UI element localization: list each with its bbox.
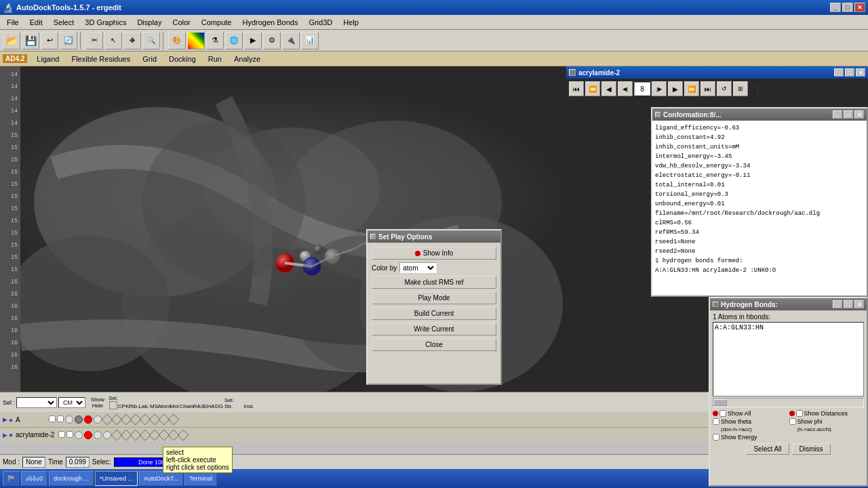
pb-forward[interactable]: ▶ xyxy=(668,81,683,96)
settings-button[interactable]: ⚙ xyxy=(263,32,281,49)
conf-close[interactable]: ✕ xyxy=(854,110,864,119)
ad-menu-flexible-residues[interactable]: Flexible Residues xyxy=(66,54,136,64)
taskbar-start[interactable]: 🏁 xyxy=(3,471,20,486)
gradient-button[interactable] xyxy=(187,32,205,49)
menu-file[interactable]: File xyxy=(1,17,24,28)
mol-acr-rib[interactable] xyxy=(84,431,92,439)
acrylamide-close[interactable]: ✕ xyxy=(856,68,865,77)
pb-forward-step[interactable]: |▶ xyxy=(652,81,667,96)
mol-acr-str2[interactable] xyxy=(178,429,189,441)
select-tool[interactable]: ✂ xyxy=(85,32,103,49)
sel-dropdown[interactable] xyxy=(16,397,57,408)
show-distances-checkbox[interactable] xyxy=(796,410,803,417)
mol-A-ms[interactable] xyxy=(94,415,102,424)
taskbar-item-0[interactable]: ასბა0 xyxy=(21,471,47,486)
undo-button[interactable]: ↩ xyxy=(41,32,58,49)
menu-grid3d[interactable]: Grid3D xyxy=(303,17,338,28)
mol-acr-sel-checkbox[interactable] xyxy=(58,431,65,438)
menu-select[interactable]: Select xyxy=(48,17,80,28)
mol-acr-lab[interactable] xyxy=(94,431,102,439)
pb-back-fast[interactable]: ⏪ xyxy=(585,81,600,96)
analysis-button[interactable]: 📊 xyxy=(301,32,319,49)
color-by-select[interactable]: atom chain residue xyxy=(399,262,437,273)
pb-back[interactable]: ◀ xyxy=(601,81,616,96)
minimize-button[interactable]: _ xyxy=(830,3,841,12)
maximize-button[interactable]: □ xyxy=(842,3,853,12)
menu-hydrogen-bonds[interactable]: Hydrogen Bonds xyxy=(237,17,303,28)
mol-acr-cpk[interactable] xyxy=(75,431,83,439)
zoom-tool[interactable]: 🔍 xyxy=(142,32,160,49)
menu-color[interactable]: Color xyxy=(167,17,196,28)
show-all-checkbox[interactable] xyxy=(719,410,726,417)
menu-edit[interactable]: Edit xyxy=(24,17,48,28)
hbonds-restore[interactable]: □ xyxy=(844,300,853,308)
hbonds-atom-list[interactable]: A:A:GLN33:HN xyxy=(713,322,864,396)
open-button[interactable]: 📂 xyxy=(3,32,20,49)
show-theta-checkbox[interactable] xyxy=(713,418,719,425)
acrylamide-minimize[interactable]: _ xyxy=(834,68,844,77)
taskbar-item-4[interactable]: Terminal xyxy=(184,471,217,486)
write-current-button[interactable]: Write Current xyxy=(372,323,496,336)
hbonds-minimize[interactable]: _ xyxy=(833,300,842,308)
select-all-button[interactable]: Select All xyxy=(746,443,789,455)
pb-forward-fast[interactable]: ⏩ xyxy=(684,81,699,96)
surface-button[interactable]: 🌐 xyxy=(225,32,243,49)
ad-menu-grid[interactable]: Grid xyxy=(137,54,162,64)
show-phi-checkbox[interactable] xyxy=(789,418,796,425)
molecule-button[interactable]: ⚗ xyxy=(206,32,224,49)
sel-checkbox-header[interactable] xyxy=(109,401,117,409)
taskbar-item-3[interactable]: AutoDockT... xyxy=(139,471,183,486)
menu-3d-graphics[interactable]: 3D Graphics xyxy=(79,17,132,28)
pb-start[interactable]: ⏮ xyxy=(569,81,584,96)
pb-frame-number[interactable]: 8 xyxy=(634,82,650,96)
mol-acr-lines-checkbox[interactable] xyxy=(66,431,73,438)
make-clust-rms-button[interactable]: Make clust RMS ref xyxy=(372,276,496,289)
mol-A-arrow[interactable]: ▶ xyxy=(3,416,7,423)
conf-minimize[interactable]: _ xyxy=(833,110,842,119)
mol-A-lab[interactable] xyxy=(84,415,92,424)
refresh-button[interactable]: 🔄 xyxy=(60,32,77,49)
save-button[interactable]: 💾 xyxy=(22,32,39,49)
hbonds-show-distances-cb[interactable]: Show Distances xyxy=(789,410,865,417)
mol-A-lines-checkbox[interactable] xyxy=(57,415,64,422)
hbonds-scrollbar[interactable] xyxy=(713,398,864,407)
ad-menu-docking[interactable]: Docking xyxy=(163,54,201,64)
hbonds-show-energy-cb[interactable]: Show Energy xyxy=(713,434,864,441)
mol-A-sel-checkbox[interactable] xyxy=(49,415,56,422)
acrylamide-restore[interactable]: □ xyxy=(845,68,854,77)
menu-compute[interactable]: Compute xyxy=(196,17,237,28)
menu-display[interactable]: Display xyxy=(132,17,167,28)
mol-A-cpk[interactable] xyxy=(65,415,73,424)
ad-menu-run[interactable]: Run xyxy=(203,54,227,64)
ad-menu-ligand[interactable]: Ligand xyxy=(31,54,64,64)
move-tool[interactable]: ✥ xyxy=(123,32,141,49)
conf-restore[interactable]: □ xyxy=(844,110,853,119)
build-current-button[interactable]: Build Current xyxy=(372,307,496,320)
hbonds-show-all-cb[interactable]: Show All xyxy=(713,410,788,417)
hbonds-close[interactable]: ✕ xyxy=(854,300,864,308)
pb-loop[interactable]: ↺ xyxy=(717,81,732,96)
mol-acr-arrow[interactable]: ▶ xyxy=(3,432,7,439)
cmd-dropdown[interactable]: CMD xyxy=(58,397,85,408)
close-button[interactable]: ✕ xyxy=(854,3,865,12)
close-play-opts-button[interactable]: Close xyxy=(372,338,496,351)
dismiss-button[interactable]: Dismiss xyxy=(792,443,831,455)
taskbar-item-1[interactable]: dockrough ... xyxy=(49,471,94,486)
pb-back-step[interactable]: ◀| xyxy=(618,81,633,96)
mol-A-rib[interactable] xyxy=(75,415,83,424)
hbonds-show-theta-cb[interactable]: Show theta (don-h->acc) xyxy=(713,418,788,432)
show-energy-checkbox[interactable] xyxy=(713,434,719,441)
pb-grid[interactable]: ⊞ xyxy=(733,81,748,96)
cursor-tool[interactable]: ↖ xyxy=(104,32,122,49)
render-button[interactable]: ▶ xyxy=(244,32,262,49)
plugin-button[interactable]: 🔌 xyxy=(282,32,300,49)
show-info-button[interactable]: Show Info xyxy=(372,247,496,260)
taskbar-item-2[interactable]: *Unsaved ... xyxy=(95,471,138,486)
hbonds-show-phi-cb[interactable]: Show phi (h->acc-accN) xyxy=(789,418,865,432)
ad-menu-analyze[interactable]: Analyze xyxy=(229,54,266,64)
pb-end[interactable]: ⏭ xyxy=(701,81,715,96)
mol-A-str2[interactable] xyxy=(167,414,179,426)
menu-help[interactable]: Help xyxy=(338,17,364,28)
color-button[interactable]: 🎨 xyxy=(168,32,186,49)
play-mode-button[interactable]: Play Mode xyxy=(372,291,496,304)
